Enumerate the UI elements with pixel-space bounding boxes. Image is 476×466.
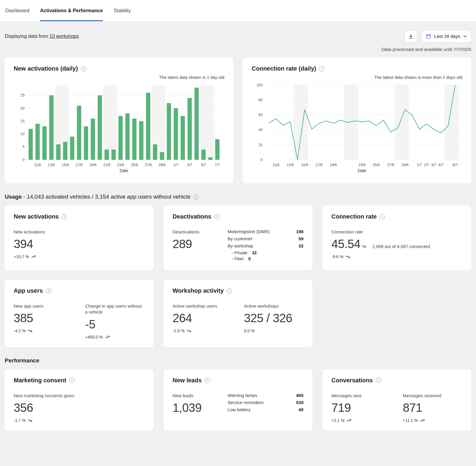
svg-text:23/6: 23/6 xyxy=(358,163,366,167)
trend-down-icon xyxy=(28,419,32,422)
row-label: Warning lamps xyxy=(228,393,257,398)
svg-text:17/6: 17/6 xyxy=(76,163,83,167)
change-indicator: -9.6 % xyxy=(331,254,462,259)
svg-text:40: 40 xyxy=(259,128,263,132)
svg-text:3/7: 3/7 xyxy=(187,163,192,167)
svg-text:Date: Date xyxy=(358,168,367,173)
row-value: 539 xyxy=(296,400,303,405)
trend-up-icon xyxy=(347,419,351,422)
info-icon[interactable]: i xyxy=(380,214,385,219)
info-icon[interactable]: i xyxy=(376,378,381,383)
svg-text:20: 20 xyxy=(21,106,25,110)
svg-text:19/6: 19/6 xyxy=(89,163,96,167)
tab-stability[interactable]: Stability xyxy=(114,0,131,21)
stat-label: Active workshop users xyxy=(173,303,232,309)
row-label: - Private xyxy=(232,250,247,255)
usage-cards-row-2: App usersi New app users 385 -4.2 % Chan… xyxy=(5,280,471,347)
svg-text:25/6: 25/6 xyxy=(373,163,380,167)
svg-text:11/6: 11/6 xyxy=(273,163,279,167)
info-icon[interactable]: i xyxy=(214,214,220,219)
row-label: By customer xyxy=(228,236,252,241)
svg-text:19/6: 19/6 xyxy=(330,163,337,167)
stat-value: 356 xyxy=(14,401,145,414)
stat-value: 264 xyxy=(173,311,232,325)
chart-staleness-note: The latest data shown is 1 day old xyxy=(14,75,224,80)
change-value: -1.7 % xyxy=(14,418,26,423)
displaying-prefix: Displaying data from xyxy=(5,34,48,39)
info-icon[interactable]: i xyxy=(227,288,232,294)
change-indicator: 0.0 % xyxy=(244,328,303,333)
new-activations-card: New activationsi New activations 394 +10… xyxy=(5,205,154,270)
stat-value: 1,039 xyxy=(173,401,217,414)
row-value: 0 xyxy=(248,256,251,261)
stat-label: New activations xyxy=(14,229,145,235)
svg-text:5: 5 xyxy=(23,145,25,149)
stat-label: New app users xyxy=(14,303,73,309)
svg-text:15/6: 15/6 xyxy=(301,163,308,167)
workshops-link[interactable]: 10 workshops xyxy=(49,34,79,39)
row-label: Service reminders xyxy=(228,400,264,405)
messages-received-col: Messages received 871 +11.1 % xyxy=(403,393,462,423)
stat-label: Active workshops xyxy=(244,303,303,309)
svg-text:6/7: 6/7 xyxy=(452,163,458,167)
row-value: 460 xyxy=(296,393,303,398)
breakdown-row: By customer59 xyxy=(228,236,303,241)
date-range-label: Last 28 days xyxy=(434,34,460,39)
change-value: +10.7 % xyxy=(14,254,29,259)
row-label: Low battery xyxy=(228,407,251,412)
tab-activations-performance[interactable]: Activations & Performance xyxy=(40,0,103,21)
row-value: 59 xyxy=(298,236,303,241)
info-icon[interactable]: i xyxy=(69,378,75,383)
trend-down-icon xyxy=(187,329,191,333)
svg-text:11/6: 11/6 xyxy=(34,163,41,167)
download-button[interactable] xyxy=(405,30,417,43)
data-source-note: Displaying data from 10 workshops xyxy=(5,34,79,39)
stat-label: Change in app users without a vehicle xyxy=(85,303,145,315)
info-icon[interactable]: i xyxy=(62,214,67,219)
main-content: Displaying data from 10 workshops Last 2… xyxy=(0,30,476,454)
change-value: 0.0 % xyxy=(244,328,255,333)
change-indicator: -2.9 % xyxy=(173,328,232,333)
tab-label: Activations & Performance xyxy=(40,8,103,13)
change-value: -4.2 % xyxy=(14,328,26,333)
new-leads-card: New leadsi New leads 1,039 Warning lamps… xyxy=(164,369,312,431)
deactivations-breakdown: Motorregistret (DMR)198 By customer59 By… xyxy=(228,229,303,262)
breakdown-subrow: - Private32 xyxy=(232,250,303,255)
chevron-down-icon xyxy=(463,35,467,38)
stat-value: 385 xyxy=(14,311,73,325)
card-title: Marketing consent xyxy=(14,377,66,384)
info-icon[interactable]: i xyxy=(81,66,86,71)
trend-down-icon xyxy=(28,329,32,333)
charts-section: New activations (daily) i The latest dat… xyxy=(5,57,471,183)
stat-label: Messages sent xyxy=(331,393,391,399)
trend-up-icon xyxy=(420,419,425,422)
card-title: Deactivations xyxy=(173,213,211,220)
tab-dashboard[interactable]: Dashboard xyxy=(5,0,29,21)
svg-text:3/7: 3/7 xyxy=(431,163,436,167)
svg-text:1/7: 1/7 xyxy=(173,163,178,167)
info-icon[interactable]: i xyxy=(319,66,325,71)
info-icon[interactable]: i xyxy=(205,378,210,383)
chart-staleness-note: The latest data shown is more than 2 day… xyxy=(252,75,462,80)
svg-text:13/6: 13/6 xyxy=(287,163,294,167)
change-value: +400.0 % xyxy=(85,335,103,339)
usage-section-heading: Usage - 14,043 activated vehicles / 3,15… xyxy=(5,194,471,200)
info-icon[interactable]: i xyxy=(46,288,51,294)
row-value: 32 xyxy=(298,243,303,248)
change-indicator: +11.1 % xyxy=(403,418,462,423)
change-value: +2.1 % xyxy=(331,418,345,423)
row-value: 40 xyxy=(298,407,303,412)
app-users-card: App usersi New app users 385 -4.2 % Chan… xyxy=(5,280,154,347)
svg-text:15/6: 15/6 xyxy=(62,163,69,167)
info-icon[interactable]: i xyxy=(193,194,199,200)
breakdown-row: Service reminders539 xyxy=(228,400,303,405)
row-label: Motorregistret (DMR) xyxy=(228,229,270,234)
stat-value: -5 xyxy=(85,318,145,331)
svg-text:0: 0 xyxy=(23,158,25,162)
svg-text:23/6: 23/6 xyxy=(117,163,124,167)
bar-chart: 051015202511/613/615/617/619/621/623/625… xyxy=(14,82,224,174)
messages-sent-col: Messages sent 719 +2.1 % xyxy=(331,393,391,423)
svg-text:60: 60 xyxy=(259,113,263,117)
date-range-selector[interactable]: Last 28 days xyxy=(421,30,471,43)
workshop-activity-card: Workshop activityi Active workshop users… xyxy=(164,280,312,347)
